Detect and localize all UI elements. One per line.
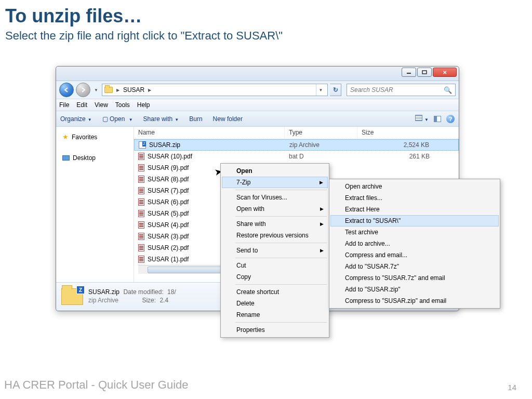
maximize-button[interactable] — [417, 68, 432, 77]
column-header-size[interactable]: Size — [357, 127, 459, 139]
7zip-submenu: Open archiveExtract files...Extract Here… — [329, 179, 500, 309]
sidebar-desktop[interactable]: Desktop — [56, 152, 134, 164]
menu-item[interactable]: Restore previous versions — [222, 230, 328, 241]
menu-item[interactable]: Extract to "SUSAR\" — [330, 215, 499, 227]
navigation-pane: ★Favorites Desktop — [56, 127, 134, 282]
search-input[interactable]: Search SUSAR 🔍 — [347, 84, 456, 96]
pdf-icon — [138, 176, 144, 183]
menu-help[interactable]: Help — [137, 101, 150, 109]
menu-item[interactable]: 7-Zip▶ — [222, 177, 328, 188]
menu-item[interactable]: Scan for Viruses... — [222, 192, 328, 203]
menu-item[interactable]: Create shortcut — [222, 286, 328, 298]
pdf-icon — [138, 221, 144, 229]
pdf-icon — [138, 233, 144, 240]
pdf-icon — [138, 164, 144, 171]
slide-subtitle: Select the zip file and right click to "… — [5, 29, 522, 43]
address-bar[interactable]: ▶ SUSAR ▶ ▼ — [102, 84, 328, 96]
menu-item[interactable]: Copy — [222, 271, 328, 283]
view-options-button[interactable]: ▼ — [415, 115, 429, 123]
file-type: zip Archive — [285, 141, 358, 149]
menu-item[interactable]: Extract Here — [330, 204, 499, 215]
menu-item[interactable]: Add to archive... — [330, 238, 499, 249]
submenu-arrow-icon: ▶ — [320, 180, 323, 185]
details-size-value: 2.4 — [159, 297, 168, 304]
svg-rect-1 — [422, 71, 427, 74]
details-type: zip Archive — [88, 297, 118, 304]
star-icon: ★ — [62, 133, 69, 141]
address-dropdown-icon[interactable]: ▼ — [316, 84, 325, 96]
pdf-icon — [138, 244, 144, 251]
menu-edit[interactable]: Edit — [76, 101, 87, 109]
pdf-icon — [138, 153, 144, 160]
file-type: bat D — [285, 153, 357, 160]
menu-item[interactable]: Add to "SUSAR.7z" — [330, 261, 499, 272]
menu-tools[interactable]: Tools — [115, 101, 130, 109]
menu-item[interactable]: Add to "SUSAR.zip" — [330, 284, 499, 295]
menu-item[interactable]: Rename — [222, 309, 328, 321]
column-header-name[interactable]: Name — [134, 127, 285, 139]
menu-item[interactable]: Compress to "SUSAR.zip" and email — [330, 295, 499, 307]
history-dropdown-icon[interactable]: ▼ — [92, 88, 100, 92]
toolbar: Organize▼ ▢ Open ▼ Share with▼ Burn New … — [56, 111, 459, 127]
menu-item[interactable]: Test archive — [330, 227, 499, 238]
breadcrumb-chevron-icon: ▶ — [147, 88, 153, 92]
pdf-icon — [138, 210, 144, 217]
file-name: SUSAR (2).pdf — [148, 244, 189, 251]
window-titlebar: ✕ — [56, 66, 459, 81]
file-name: SUSAR.zip — [149, 141, 180, 149]
submenu-arrow-icon: ▶ — [320, 206, 324, 211]
breadcrumb-folder[interactable]: SUSAR — [123, 86, 144, 94]
burn-button[interactable]: Burn — [189, 115, 202, 123]
file-size: 261 KB — [357, 153, 459, 160]
menu-item[interactable]: Extract files... — [330, 192, 499, 204]
preview-pane-button[interactable] — [434, 116, 441, 122]
desktop-icon — [62, 155, 70, 161]
page-number: 14 — [508, 383, 516, 392]
file-row[interactable]: SUSAR.zipzip Archive2,524 KB — [134, 139, 459, 151]
share-with-button[interactable]: Share with▼ — [143, 115, 179, 123]
refresh-button[interactable]: ↻ — [330, 84, 341, 96]
zip-icon — [139, 141, 146, 149]
column-header-type[interactable]: Type — [285, 127, 357, 139]
menu-item[interactable]: Open archive — [330, 181, 499, 192]
pdf-icon — [138, 256, 144, 263]
menu-item[interactable]: Compress to "SUSAR.7z" and email — [330, 272, 499, 284]
organize-button[interactable]: Organize▼ — [60, 115, 92, 123]
sidebar-favorites[interactable]: ★Favorites — [56, 131, 134, 143]
file-name: SUSAR (10).pdf — [148, 153, 192, 160]
menu-item[interactable]: Open with▶ — [222, 203, 328, 215]
menu-item[interactable]: Compress and email... — [330, 249, 499, 261]
breadcrumb-chevron-icon: ▶ — [115, 88, 121, 92]
details-size-label: Size: — [142, 297, 156, 304]
file-name: SUSAR (8).pdf — [148, 176, 189, 183]
folder-icon — [104, 87, 113, 93]
back-button[interactable] — [59, 83, 74, 97]
search-placeholder: Search SUSAR — [350, 86, 393, 94]
details-date-label: Date modified: — [123, 288, 163, 296]
file-name: SUSAR (4).pdf — [148, 221, 189, 229]
search-icon: 🔍 — [444, 86, 452, 94]
file-name: SUSAR (9).pdf — [148, 164, 189, 171]
slide-title: To unzip files… — [5, 5, 522, 27]
file-name: SUSAR (3).pdf — [148, 233, 189, 240]
help-button[interactable]: ? — [446, 115, 455, 123]
menu-item[interactable]: Open — [222, 165, 328, 177]
file-name: SUSAR (7).pdf — [148, 187, 189, 194]
menu-item[interactable]: Properties — [222, 324, 328, 336]
new-folder-button[interactable]: New folder — [213, 115, 243, 123]
minimize-button[interactable] — [402, 68, 416, 77]
slide-footer: HA CRER Portal - Quick User Guide — [4, 378, 189, 392]
submenu-arrow-icon: ▶ — [320, 248, 324, 253]
pdf-icon — [138, 187, 144, 194]
forward-button[interactable] — [76, 83, 90, 97]
submenu-arrow-icon: ▶ — [320, 221, 324, 227]
menu-view[interactable]: View — [95, 101, 108, 109]
close-button[interactable]: ✕ — [433, 68, 457, 77]
menu-item[interactable]: Delete — [222, 298, 328, 309]
menu-file[interactable]: File — [59, 101, 69, 109]
file-row[interactable]: SUSAR (10).pdfbat D261 KB — [134, 151, 459, 162]
menu-item[interactable]: Send to▶ — [222, 245, 328, 256]
menu-item[interactable]: Cut — [222, 260, 328, 271]
menu-item[interactable]: Share with▶ — [222, 218, 328, 230]
open-button[interactable]: ▢ Open ▼ — [102, 115, 133, 123]
